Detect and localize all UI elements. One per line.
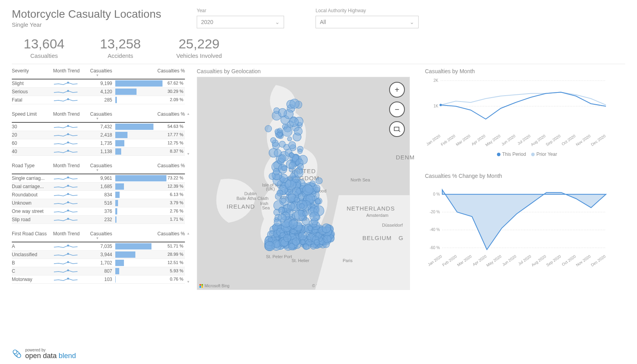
sparkline-icon [53, 124, 79, 130]
map-bubble[interactable] [288, 141, 296, 149]
map-bubble[interactable] [315, 198, 321, 204]
map-bubble[interactable] [274, 149, 282, 157]
row-value: 7,035 [83, 244, 115, 249]
map-bubble[interactable] [316, 177, 323, 185]
svg-text:Mar 2020: Mar 2020 [455, 133, 471, 146]
table-row[interactable]: One way street3762.76 % [12, 207, 185, 216]
map-bubble[interactable] [287, 202, 295, 210]
table-header: Speed LimitMonth TrendCasualties▼Casualt… [12, 111, 185, 123]
table-roadclass[interactable]: First Road ClassMonth TrendCasualties▼Ca… [12, 231, 185, 284]
row-category: Serious [12, 89, 53, 94]
table-row[interactable]: 202,41817.77 % [12, 131, 185, 139]
map-bubble[interactable] [282, 166, 287, 171]
chart-pct-change-by-month[interactable]: 0 %-20 %-40 %-60 %Jan 2020Feb 2020Mar 20… [425, 181, 625, 270]
map-bubble[interactable] [279, 141, 286, 148]
map-bubble[interactable] [274, 219, 281, 226]
scroll-indicator[interactable]: ▴▾ [186, 111, 190, 156]
table-row[interactable]: Motorway1030.76 % [12, 275, 185, 284]
scroll-indicator[interactable]: ▴▾ [186, 231, 190, 284]
kpi-value: 13,604 [24, 36, 65, 52]
map-bubble[interactable] [283, 234, 291, 242]
row-category: Roundabout [12, 192, 53, 198]
table-row[interactable]: Unclassified3,94428.99 % [12, 251, 185, 259]
page-subtitle: Single Year [12, 21, 185, 28]
svg-text:May 2020: May 2020 [486, 254, 502, 267]
row-category: Unknown [12, 200, 53, 206]
table-row[interactable]: Roundabout8346.13 % [12, 191, 185, 199]
map-bubble[interactable] [265, 241, 275, 251]
map-bubble[interactable] [289, 117, 299, 127]
map-label: Paris [343, 258, 353, 263]
table-roadtype[interactable]: Road TypeMonth TrendCasualties▼Casualtie… [12, 163, 185, 224]
chevron-down-icon: ⌄ [275, 19, 280, 25]
table-speed[interactable]: Speed LimitMonth TrendCasualties▼Casualt… [12, 111, 185, 156]
map-bubble[interactable] [290, 173, 295, 178]
row-value: 285 [83, 97, 115, 103]
map-label: St. Helier [292, 258, 309, 263]
map-label: NETHERLANDS [347, 205, 395, 212]
divider [12, 64, 625, 64]
map-bubble[interactable] [322, 224, 331, 233]
sparkline-icon [53, 97, 79, 103]
map-bubble[interactable] [313, 185, 321, 192]
table-severity[interactable]: SeverityMonth TrendCasualties▼Casualties… [12, 68, 185, 104]
sparkline-icon [53, 208, 79, 214]
map-bubble[interactable] [310, 212, 319, 222]
map-bubble[interactable] [300, 239, 305, 244]
table-row[interactable]: Serious4,12030.29 % [12, 88, 185, 96]
table-row[interactable]: 401,1388.37 % [12, 148, 185, 156]
filter-year-value: 2020 [201, 19, 213, 25]
table-row[interactable]: Slight9,19967.62 % [12, 79, 185, 88]
table-row[interactable]: A7,03551.71 % [12, 242, 185, 251]
row-bar: 8.37 % [115, 148, 185, 155]
table-row[interactable]: 601,73512.75 % [12, 139, 185, 148]
svg-text:Feb 2020: Feb 2020 [440, 133, 456, 146]
svg-point-16 [67, 270, 69, 272]
svg-text:Nov 2020: Nov 2020 [575, 254, 592, 267]
map-label: Dublin [244, 191, 257, 196]
svg-point-15 [67, 261, 69, 263]
page-title: Motorcycle Casualty Locations [12, 8, 185, 20]
map-bubble[interactable] [278, 108, 287, 117]
table-row[interactable]: 307,43254.63 % [12, 123, 185, 131]
row-category: 60 [12, 140, 53, 146]
svg-text:Nov 2020: Nov 2020 [575, 133, 592, 147]
map-bubble[interactable] [303, 185, 313, 195]
table-row[interactable]: B1,70212.51 % [12, 259, 185, 267]
svg-text:Sep 2020: Sep 2020 [545, 254, 562, 267]
table-row[interactable]: Fatal2852.09 % [12, 96, 185, 104]
map-bubble[interactable] [265, 125, 272, 132]
map-bubble[interactable] [268, 237, 273, 242]
filter-year-dropdown[interactable]: 2020 ⌄ [197, 16, 284, 28]
row-value: 4,120 [83, 89, 115, 94]
table-row[interactable]: Dual carriage...1,68512.39 % [12, 183, 185, 191]
filter-authority-dropdown[interactable]: All ⌄ [316, 16, 419, 28]
table-row[interactable]: Slip road2321.71 % [12, 216, 185, 224]
row-category: One way street [12, 209, 53, 214]
map-bubble[interactable] [277, 190, 283, 196]
svg-point-3 [67, 125, 69, 127]
row-bar: 51.71 % [115, 243, 185, 250]
chart-casualties-by-month[interactable]: 1K2KJan 2020Feb 2020Mar 2020Apr 2020May … [425, 77, 625, 157]
map-bubble[interactable] [297, 163, 304, 170]
row-bar: 5.93 % [115, 268, 185, 275]
row-bar: 28.99 % [115, 251, 185, 258]
map-bubble[interactable] [288, 243, 295, 250]
kpi-label: Accidents [100, 52, 141, 59]
map-bubble[interactable] [282, 127, 292, 137]
map-label: Düsseldorf [382, 223, 403, 227]
map-canvas[interactable]: + − Microsoft Bing © 2022 TomTom, © 2022… [197, 77, 410, 290]
table-row[interactable]: Single carriag...9,96173.22 % [12, 174, 185, 183]
table-row[interactable]: C8075.93 % [12, 267, 185, 275]
row-bar: 73.22 % [115, 175, 185, 182]
row-bar: 2.09 % [115, 96, 185, 103]
row-value: 2,418 [83, 132, 115, 138]
kpi-value: 13,258 [100, 36, 141, 52]
table-row[interactable]: Unknown5163.79 % [12, 199, 185, 207]
map-bubble[interactable] [299, 203, 304, 209]
svg-text:Jul 2020: Jul 2020 [517, 254, 532, 266]
svg-text:Jan 2020: Jan 2020 [427, 254, 443, 267]
svg-text:Oct 2020: Oct 2020 [561, 133, 576, 146]
map-bubble[interactable] [294, 127, 302, 135]
map-bubble[interactable] [281, 198, 286, 203]
